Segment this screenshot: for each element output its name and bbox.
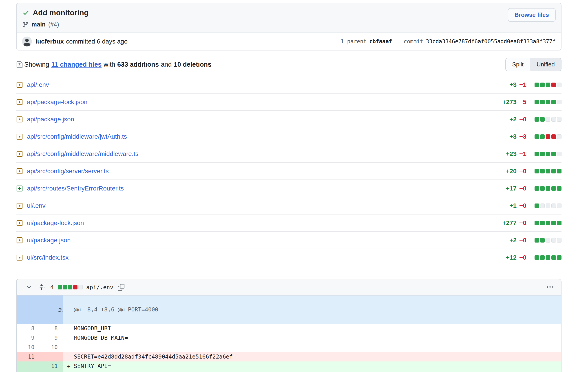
- commit-header: Add monitoring Browse files main (#4): [17, 3, 561, 32]
- diffstat-block: [546, 203, 550, 208]
- modified-file-icon: [16, 254, 23, 261]
- fold-up-icon[interactable]: [57, 307, 63, 313]
- file-row: api/src/config/middleware/jwtAuth.ts +3 …: [16, 128, 561, 145]
- check-icon[interactable]: [22, 10, 29, 16]
- additions-count: +2: [491, 116, 517, 123]
- file-link[interactable]: api/src/config/server/server.ts: [27, 168, 109, 175]
- diffstat-summary-row: Showing 11 changed files with 633 additi…: [16, 58, 561, 71]
- diffstat-blocks: [535, 100, 561, 104]
- file-link[interactable]: api/.env: [27, 81, 49, 88]
- deletions-count: −1: [519, 150, 534, 158]
- deletions-count: −0: [519, 254, 534, 261]
- split-view-button[interactable]: Split: [506, 58, 530, 71]
- file-diffstat: +1 −0: [491, 202, 561, 209]
- code-text: SENTRY_API=: [74, 363, 111, 369]
- additions-count: +20: [491, 168, 517, 175]
- deletions-count: −5: [519, 99, 534, 106]
- hunk-row: @@ -8,4 +8,6 @@ PORT=4000: [17, 295, 561, 324]
- author-link[interactable]: lucferbux: [35, 38, 64, 45]
- diffstat-block: [557, 152, 561, 156]
- additions-count: +273: [491, 99, 517, 106]
- changed-files-list: api/.env +3 −1 api/package-lock.json +27…: [16, 76, 561, 266]
- new-line-number[interactable]: [40, 352, 63, 362]
- additions-count: +3: [491, 133, 517, 140]
- commit-page: Add monitoring Browse files main (#4): [16, 3, 561, 372]
- grabber-icon[interactable]: [38, 284, 45, 291]
- old-line-number[interactable]: [17, 371, 40, 372]
- old-line-number[interactable]: 9: [17, 333, 40, 343]
- diff-line: 12 +: [17, 371, 561, 372]
- new-line-number[interactable]: 8: [40, 324, 63, 333]
- added-file-icon: [16, 185, 23, 192]
- file-link[interactable]: ui/.env: [27, 202, 46, 209]
- additions-count: +277: [491, 220, 517, 227]
- diffstat-block: [535, 255, 539, 260]
- commit-meta-row: lucferbux committed 6 days ago 1 parent …: [17, 32, 561, 50]
- file-row: api/package-lock.json +273 −5: [16, 94, 561, 111]
- browse-files-button[interactable]: Browse files: [508, 8, 556, 22]
- modified-file-icon: [16, 151, 23, 157]
- old-line-number[interactable]: 11: [17, 352, 40, 362]
- file-row: api/.env +3 −1: [16, 76, 561, 94]
- diffstat-block: [540, 134, 545, 139]
- diffstat-block: [551, 255, 556, 260]
- diffstat-block: [535, 169, 539, 173]
- diffstat-block: [557, 100, 561, 104]
- file-row: ui/.env +1 −0: [16, 197, 561, 214]
- modified-file-icon: [16, 116, 23, 123]
- file-link[interactable]: api/package.json: [27, 116, 74, 123]
- diffstat-block: [557, 186, 561, 191]
- diff-line: 11 +SENTRY_API=: [17, 362, 561, 371]
- old-line-number[interactable]: [17, 362, 40, 371]
- avatar[interactable]: [22, 37, 32, 46]
- modified-file-icon: [16, 202, 23, 209]
- diffstat-block: [78, 285, 83, 290]
- old-line-number[interactable]: 8: [17, 324, 40, 333]
- changed-files-link[interactable]: 11 changed files: [51, 61, 102, 68]
- old-line-number[interactable]: 10: [17, 343, 40, 352]
- diffstat-block: [540, 221, 545, 225]
- kebab-icon[interactable]: [547, 284, 553, 291]
- file-link[interactable]: api/src/config/middleware/middleware.ts: [27, 150, 138, 158]
- diff-marker: +: [67, 371, 74, 372]
- summary-with: with: [104, 61, 115, 68]
- diffstat-blocks: [535, 203, 561, 208]
- file-link[interactable]: ui/src/index.tsx: [27, 254, 69, 261]
- file-diffstat: +23 −1: [491, 150, 561, 158]
- diffstat-block: [540, 186, 545, 191]
- diffstat-blocks: [535, 186, 561, 191]
- file-diffstat: +3 −1: [491, 81, 561, 88]
- copy-icon[interactable]: [118, 284, 125, 291]
- summary-and: and: [161, 61, 172, 68]
- diffstat-block: [63, 285, 67, 290]
- summary-period: .: [210, 61, 211, 68]
- modified-file-icon: [16, 237, 23, 244]
- unified-view-button[interactable]: Unified: [530, 58, 561, 71]
- additions-count: +17: [491, 185, 517, 192]
- new-line-number[interactable]: 12: [40, 371, 63, 372]
- parent-sha-link[interactable]: cbfaaaf: [369, 38, 392, 45]
- diff-marker: -: [67, 352, 74, 362]
- file-diffstat: +12 −0: [491, 254, 561, 261]
- expand-hunk-cell[interactable]: [17, 295, 63, 324]
- diff-view-toggle: Split Unified: [505, 58, 561, 71]
- diffstat-block: [546, 255, 550, 260]
- deletions-count: −3: [519, 133, 534, 140]
- collapse-chevron-icon[interactable]: [26, 284, 32, 290]
- diffstat-block: [540, 100, 545, 104]
- file-link[interactable]: api/package-lock.json: [27, 99, 87, 106]
- branch-name[interactable]: main: [32, 21, 46, 28]
- file-link[interactable]: ui/package-lock.json: [27, 220, 84, 227]
- new-line-number[interactable]: 10: [40, 343, 63, 352]
- new-line-number[interactable]: 9: [40, 333, 63, 343]
- commit-label: commit: [404, 38, 423, 45]
- diffstat-block: [546, 117, 550, 122]
- diff-file-header: 4 api/.env: [17, 279, 561, 295]
- new-line-number[interactable]: 11: [40, 362, 63, 371]
- file-link[interactable]: api/src/config/middleware/jwtAuth.ts: [27, 133, 127, 140]
- file-link[interactable]: api/src/routes/SentryErrorRouter.ts: [27, 185, 124, 192]
- file-link[interactable]: ui/package.json: [27, 237, 71, 244]
- diffstat-block: [546, 186, 550, 191]
- pr-reference[interactable]: (#4): [48, 21, 59, 28]
- modified-file-icon: [16, 133, 23, 140]
